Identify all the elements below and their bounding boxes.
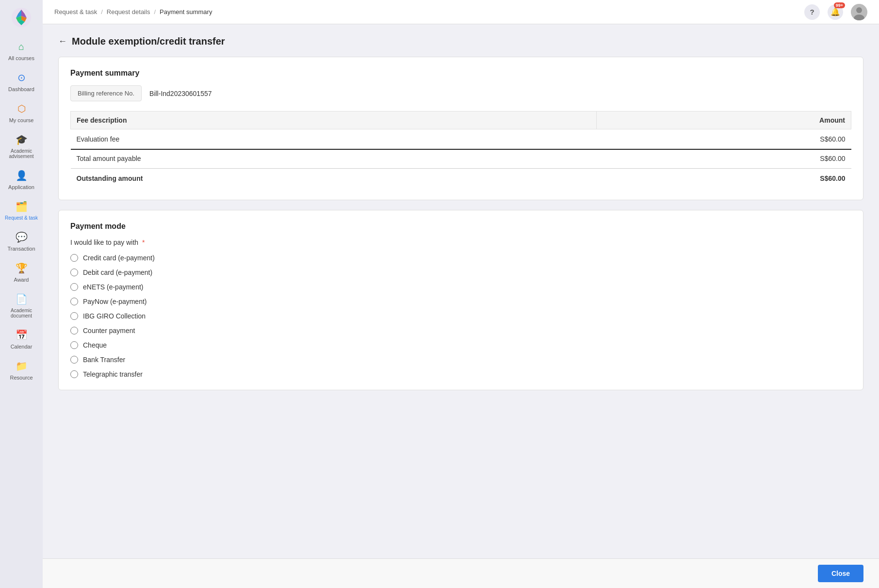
home-icon: ⌂ — [15, 40, 28, 53]
back-button[interactable]: ← — [58, 36, 67, 47]
topbar-icons: ? 🔔 99+ — [804, 4, 867, 20]
sidebar-item-calendar[interactable]: 📅 Calendar — [0, 323, 43, 354]
payment-option-enets[interactable]: eNETS (e-payment) — [70, 283, 851, 291]
radio-cheque[interactable] — [70, 341, 78, 349]
sidebar-item-all-courses[interactable]: ⌂ All courses — [0, 35, 43, 66]
payment-option-paynow[interactable]: PayNow (e-payment) — [70, 298, 851, 305]
outstanding-row: Outstanding amount S$60.00 — [71, 169, 851, 189]
sidebar-item-application[interactable]: 👤 Application — [0, 164, 43, 195]
payment-option-credit-card[interactable]: Credit card (e-payment) — [70, 254, 851, 262]
payment-option-counter[interactable]: Counter payment — [70, 327, 851, 334]
payment-option-cheque[interactable]: Cheque — [70, 341, 851, 349]
resource-icon: 📁 — [15, 359, 28, 373]
radio-debit-card[interactable] — [70, 269, 78, 276]
radio-enets[interactable] — [70, 283, 78, 291]
avatar[interactable] — [851, 4, 867, 20]
sidebar-item-request-task[interactable]: 🗂️ Request & task — [0, 195, 43, 225]
sidebar-item-academic-document[interactable]: 📄 Academic document — [0, 287, 43, 323]
fee-table: Fee description Amount Evaluation fee S$… — [70, 111, 851, 188]
required-marker: * — [142, 238, 145, 246]
advisement-icon: 🎓 — [15, 133, 28, 146]
app-logo — [10, 6, 33, 29]
page-title: Module exemption/credit transfer — [72, 36, 225, 47]
breadcrumb-sep-1: / — [101, 8, 103, 16]
application-icon: 👤 — [15, 169, 28, 182]
fee-amount: S$60.00 — [597, 129, 851, 150]
close-button[interactable]: Close — [818, 565, 863, 582]
notification-button[interactable]: 🔔 99+ — [828, 4, 843, 20]
breadcrumb: Request & task / Request details / Payme… — [54, 8, 800, 16]
total-amount: S$60.00 — [597, 149, 851, 169]
sidebar-item-award[interactable]: 🏆 Award — [0, 256, 43, 287]
radio-paynow[interactable] — [70, 298, 78, 305]
total-row: Total amount payable S$60.00 — [71, 149, 851, 169]
sidebar-item-transaction[interactable]: 💬 Transaction — [0, 225, 43, 256]
course-icon: ⬡ — [15, 102, 28, 115]
radio-ibg-giro[interactable] — [70, 312, 78, 320]
calendar-icon: 📅 — [15, 328, 28, 342]
dashboard-icon: ⊙ — [15, 71, 28, 84]
payment-mode-title: Payment mode — [70, 222, 851, 231]
breadcrumb-request-details[interactable]: Request details — [107, 8, 150, 16]
radio-credit-card[interactable] — [70, 254, 78, 262]
breadcrumb-sep-2: / — [154, 8, 156, 16]
bell-icon: 🔔 — [830, 7, 840, 16]
page-header: ← Module exemption/credit transfer — [58, 36, 863, 47]
payment-options: Credit card (e-payment) Debit card (e-pa… — [70, 254, 851, 378]
sidebar: ⌂ All courses ⊙ Dashboard ⬡ My course 🎓 … — [0, 0, 43, 588]
outstanding-amount: S$60.00 — [597, 169, 851, 189]
outstanding-label: Outstanding amount — [71, 169, 597, 189]
document-icon: 📄 — [15, 292, 28, 306]
topbar: Request & task / Request details / Payme… — [43, 0, 879, 24]
billing-ref-value: Bill-Ind20230601557 — [149, 90, 212, 97]
payment-option-ibg-giro[interactable]: IBG GIRO Collection — [70, 312, 851, 320]
payment-option-telegraphic[interactable]: Telegraphic transfer — [70, 370, 851, 378]
fee-table-header: Fee description Amount — [71, 111, 851, 129]
payment-mode-card: Payment mode I would like to pay with * … — [58, 210, 863, 390]
sidebar-item-academic-advisement[interactable]: 🎓 Academic advisement — [0, 128, 43, 164]
breadcrumb-current: Payment summary — [160, 8, 212, 16]
sidebar-item-dashboard[interactable]: ⊙ Dashboard — [0, 66, 43, 97]
transaction-icon: 💬 — [15, 230, 28, 244]
billing-ref-row: Billing reference No. Bill-Ind2023060155… — [70, 85, 851, 101]
payment-option-bank-transfer[interactable]: Bank Transfer — [70, 356, 851, 364]
radio-counter[interactable] — [70, 327, 78, 334]
bottom-bar: Close — [43, 558, 879, 588]
help-button[interactable]: ? — [804, 4, 820, 20]
award-icon: 🏆 — [15, 261, 28, 275]
table-row: Evaluation fee S$60.00 — [71, 129, 851, 150]
main-area: Request & task / Request details / Payme… — [43, 0, 879, 588]
total-label: Total amount payable — [71, 149, 597, 169]
notification-badge: 99+ — [834, 2, 845, 8]
payment-option-debit-card[interactable]: Debit card (e-payment) — [70, 269, 851, 276]
sidebar-item-my-course[interactable]: ⬡ My course — [0, 97, 43, 128]
payment-summary-card: Payment summary Billing reference No. Bi… — [58, 57, 863, 200]
payment-mode-label: I would like to pay with * — [70, 238, 851, 246]
billing-ref-label: Billing reference No. — [70, 85, 142, 101]
task-icon: 🗂️ — [15, 200, 28, 213]
radio-telegraphic[interactable] — [70, 370, 78, 378]
content-area: ← Module exemption/credit transfer Payme… — [43, 24, 879, 558]
sidebar-item-resource[interactable]: 📁 Resource — [0, 354, 43, 385]
col-fee-desc: Fee description — [71, 111, 597, 129]
col-amount: Amount — [597, 111, 851, 129]
breadcrumb-request-task[interactable]: Request & task — [54, 8, 97, 16]
svg-point-2 — [856, 7, 862, 13]
fee-description: Evaluation fee — [71, 129, 597, 150]
payment-summary-title: Payment summary — [70, 69, 851, 78]
radio-bank-transfer[interactable] — [70, 356, 78, 364]
